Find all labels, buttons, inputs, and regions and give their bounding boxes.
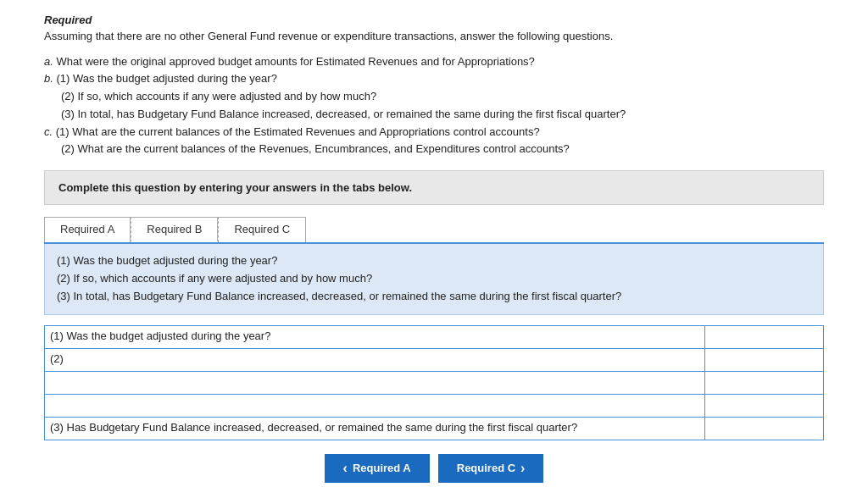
question-b3: (3) In total, has Budgetary Fund Balance… [44,106,824,124]
tab-a-label: Required A [60,223,114,235]
question-c2: (2) What are the current balances of the… [44,141,824,158]
intro-text: Assuming that there are no other General… [44,28,824,45]
row-1-input[interactable] [705,326,823,348]
row-4-input[interactable] [705,395,823,417]
next-button[interactable]: Required C [438,454,544,483]
row-3-label [45,371,705,394]
row-1-label: (1) Was the budget adjusted during the y… [45,325,705,348]
row-5-input-cell [705,417,824,440]
prev-button[interactable]: Required A [325,454,430,483]
row-2-label: (2) [45,348,705,371]
page-container: Required Assuming that there are no othe… [27,0,841,487]
question-b2: (2) If so, which accounts if any were ad… [44,88,824,106]
instruction-text: Complete this question by entering your … [58,181,412,194]
tab-required-b[interactable]: Required B [131,217,218,242]
tab-b-desc-3: (3) In total, has Budgetary Fund Balance… [57,288,811,306]
row-5-label: (3) Has Budgetary Fund Balance increased… [45,417,705,440]
tab-b-desc-1: (1) Was the budget adjusted during the y… [57,252,811,270]
prev-button-label: Required A [353,462,411,474]
tab-b-description: (1) Was the budget adjusted during the y… [44,244,824,314]
table-row [45,371,824,394]
answer-table: (1) Was the budget adjusted during the y… [44,325,824,440]
tab-required-c[interactable]: Required C [218,217,306,242]
chevron-left-icon [343,461,348,476]
row-4-input-cell [705,394,824,417]
bottom-nav: Required A Required C [44,454,824,483]
required-label: Required [44,14,824,26]
instruction-box: Complete this question by entering your … [44,170,824,205]
row-2-input-cell [705,348,824,371]
tabs-row: Required A Required B Required C [44,217,824,244]
table-row: (2) [45,348,824,371]
row-2-input[interactable] [705,349,823,371]
next-button-label: Required C [457,462,515,474]
tab-b-desc-2: (2) If so, which accounts if any were ad… [57,270,811,288]
question-b: b. (1) Was the budget adjusted during th… [44,70,824,88]
tab-b-label: Required B [147,223,202,235]
row-4-label [45,394,705,417]
row-5-input[interactable] [705,418,823,440]
row-3-input-cell [705,371,824,394]
table-row: (1) Was the budget adjusted during the y… [45,325,824,348]
table-row [45,394,824,417]
question-a: a. What were the original approved budge… [44,53,824,71]
row-1-input-cell [705,325,824,348]
chevron-right-icon [520,461,525,476]
row-3-input[interactable] [705,372,823,394]
question-c: c. (1) What are the current balances of … [44,124,824,141]
tab-c-label: Required C [234,223,290,235]
tab-required-a[interactable]: Required A [44,217,131,242]
table-row: (3) Has Budgetary Fund Balance increased… [45,417,824,440]
questions-section: a. What were the original approved budge… [44,53,824,159]
